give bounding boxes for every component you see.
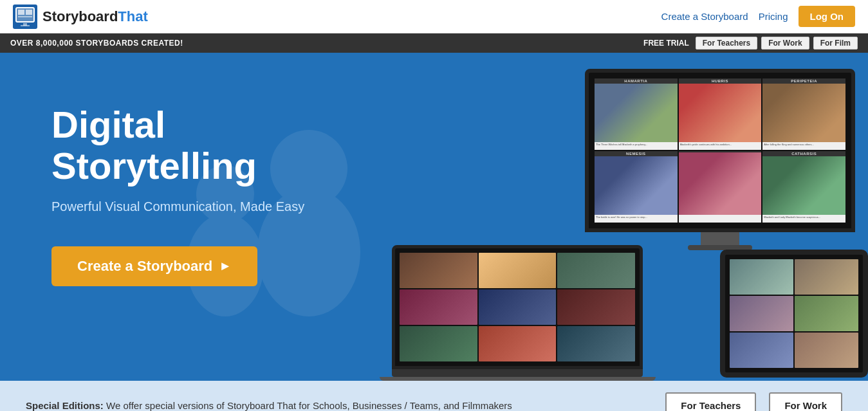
storyboard-cell-1: HAMARTIA The Three Witches tell Macbeth … (595, 78, 678, 150)
tablet-cell-2 (795, 259, 858, 295)
banner-text: OVER 8,000,000 STORYBOARDS CREATED! (10, 39, 183, 48)
hero-title: DigitalStorytelling (51, 104, 322, 187)
svg-rect-6 (21, 25, 30, 26)
for-work-special-button[interactable]: For Work (769, 392, 842, 411)
logo: StoryboardThat (13, 5, 148, 29)
laptop-cell-4 (400, 289, 477, 325)
cell-footer-3: After killing the King and numerous othe… (762, 142, 845, 150)
laptop-base (392, 369, 643, 377)
cell-body-6 (762, 156, 845, 215)
monitor-screen: HAMARTIA The Three Witches tell Macbeth … (585, 69, 855, 232)
storyboard-cell-2: HUBRIS Macbeth's pride continues with hi… (679, 78, 762, 150)
cell-body-2 (679, 84, 762, 142)
cell-footer-2: Macbeth's pride continues with his ambit… (679, 142, 762, 150)
laptop-cell-1 (400, 253, 477, 288)
free-trial-label: FREE TRIAL (643, 39, 689, 48)
svg-rect-4 (18, 16, 32, 17)
monitor-stand (701, 232, 739, 245)
tablet-storyboard (728, 257, 860, 370)
cell-body-1 (595, 84, 678, 142)
laptop-screen (392, 245, 643, 369)
hero-devices: HAMARTIA The Three Witches tell Macbeth … (392, 66, 868, 381)
cell-header-6: CATHARSIS (762, 151, 845, 156)
logo-black: Storyboard (42, 8, 118, 24)
laptop-base-bottom (380, 377, 656, 381)
cell-footer-6: Macbeth and Lady Macbeth become suspicio… (762, 215, 845, 223)
cell-body-3 (762, 84, 845, 142)
hero-cta-button[interactable]: Create a Storyboard ► (51, 246, 257, 286)
for-work-banner-button[interactable]: For Work (761, 37, 809, 50)
laptop-storyboard (398, 251, 637, 363)
tablet-cell-5 (730, 333, 793, 368)
special-editions-text: Special Editions: We offer special versi… (26, 400, 652, 411)
header: StoryboardThat Create a Storyboard Prici… (0, 0, 868, 33)
banner-bar: OVER 8,000,000 STORYBOARDS CREATED! FREE… (0, 33, 868, 53)
hero-subtitle: Powerful Visual Communication, Made Easy (51, 199, 322, 214)
storyboard-cell-4: NEMESIS The battle is won! He was no pow… (595, 151, 678, 223)
hero-cta-text: Create a Storyboard (77, 258, 212, 275)
storyboard-cell-5 (679, 151, 762, 223)
tablet-cell-4 (795, 296, 858, 331)
logon-button[interactable]: Log On (799, 6, 856, 27)
cell-header-2: HUBRIS (679, 78, 762, 84)
pricing-link[interactable]: Pricing (759, 11, 788, 22)
hero-content: DigitalStorytelling Powerful Visual Comm… (0, 53, 360, 312)
cell-body-5 (679, 152, 762, 215)
tablet-cell-6 (795, 333, 858, 368)
laptop-device (392, 245, 643, 381)
logo-text: StoryboardThat (42, 8, 148, 25)
cell-header-3: PERIPETEIA (762, 78, 845, 84)
logo-svg (15, 7, 35, 26)
cell-header-1: HAMARTIA (595, 78, 678, 84)
cell-footer-1: The Three Witches tell Macbeth a prophec… (595, 142, 678, 150)
laptop-cell-8 (479, 326, 557, 361)
tablet-screen (720, 250, 868, 378)
special-editions-label: Special Editions: (26, 400, 104, 411)
header-nav: Create a Storyboard Pricing Log On (661, 6, 855, 27)
cell-footer-4: The battle is won! He was no power to st… (595, 215, 678, 223)
cell-footer-5 (679, 215, 762, 223)
tablet-cell-3 (730, 296, 793, 331)
monitor-device: HAMARTIA The Three Witches tell Macbeth … (585, 69, 855, 262)
for-teachers-banner-button[interactable]: For Teachers (696, 37, 757, 50)
cell-header-4: NEMESIS (595, 151, 678, 156)
storyboard-cell-6: CATHARSIS Macbeth and Lady Macbeth becom… (762, 151, 845, 223)
storyboard-cell-3: PERIPETEIA After killing the King and nu… (762, 78, 845, 150)
hero-section: DigitalStorytelling Powerful Visual Comm… (0, 53, 868, 381)
laptop-cell-9 (557, 326, 635, 361)
banner-right: FREE TRIAL For Teachers For Work For Fil… (643, 37, 858, 50)
cell-body-4 (595, 156, 678, 215)
special-editions-description: We offer special versions of Storyboard … (106, 400, 512, 411)
hero-cta-arrow: ► (219, 259, 232, 273)
logo-icon (13, 5, 37, 29)
create-storyboard-link[interactable]: Create a Storyboard (661, 11, 748, 22)
tablet-device (720, 250, 868, 378)
laptop-cell-2 (479, 253, 557, 288)
for-teachers-special-button[interactable]: For Teachers (665, 392, 756, 411)
svg-rect-2 (18, 10, 24, 15)
special-editions-bar: Special Editions: We offer special versi… (0, 381, 868, 411)
monitor-storyboard: HAMARTIA The Three Witches tell Macbeth … (593, 77, 847, 224)
laptop-cell-5 (479, 289, 557, 325)
laptop-cell-6 (557, 289, 635, 325)
tablet-cell-1 (730, 259, 793, 295)
laptop-cell-7 (400, 326, 477, 361)
laptop-cell-3 (557, 253, 635, 288)
svg-rect-3 (26, 10, 32, 15)
logo-blue: That (118, 8, 147, 24)
for-film-banner-button[interactable]: For Film (813, 37, 858, 50)
